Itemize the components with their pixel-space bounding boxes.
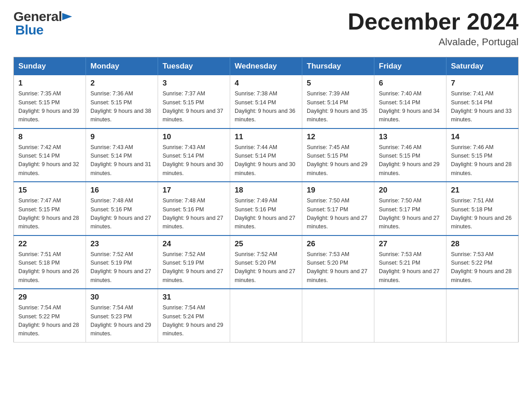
day-cell-5: 5Sunrise: 7:39 AMSunset: 5:14 PMDaylight… — [302, 75, 374, 128]
day-info: Sunrise: 7:46 AMSunset: 5:15 PMDaylight:… — [451, 143, 514, 178]
col-header-saturday: Saturday — [446, 57, 519, 76]
calendar-table: SundayMondayTuesdayWednesdayThursdayFrid… — [13, 57, 519, 342]
day-cell-20: 20Sunrise: 7:50 AMSunset: 5:17 PMDayligh… — [374, 182, 446, 235]
day-cell-10: 10Sunrise: 7:43 AMSunset: 5:14 PMDayligh… — [158, 128, 230, 182]
day-number: 5 — [307, 79, 369, 88]
empty-cell — [446, 289, 519, 342]
day-cell-31: 31Sunrise: 7:54 AMSunset: 5:24 PMDayligh… — [158, 289, 230, 342]
day-cell-29: 29Sunrise: 7:54 AMSunset: 5:22 PMDayligh… — [14, 289, 86, 342]
day-info: Sunrise: 7:54 AMSunset: 5:22 PMDaylight:… — [18, 304, 81, 338]
page-header: General Blue December 2024 Alvalade, Por… — [13, 9, 519, 48]
day-info: Sunrise: 7:35 AMSunset: 5:15 PMDaylight:… — [18, 90, 81, 124]
day-cell-28: 28Sunrise: 7:53 AMSunset: 5:22 PMDayligh… — [446, 235, 519, 289]
day-info: Sunrise: 7:54 AMSunset: 5:23 PMDaylight:… — [90, 304, 153, 338]
day-info: Sunrise: 7:53 AMSunset: 5:21 PMDaylight:… — [379, 250, 442, 285]
col-header-sunday: Sunday — [14, 57, 86, 76]
day-info: Sunrise: 7:37 AMSunset: 5:15 PMDaylight:… — [163, 90, 225, 124]
day-info: Sunrise: 7:53 AMSunset: 5:22 PMDaylight:… — [451, 250, 514, 285]
location-subtitle: Alvalade, Portugal — [348, 36, 519, 48]
empty-cell — [230, 289, 302, 342]
day-info: Sunrise: 7:36 AMSunset: 5:15 PMDaylight:… — [90, 90, 153, 124]
day-number: 1 — [18, 79, 81, 88]
empty-cell — [302, 289, 374, 342]
week-row-3: 15Sunrise: 7:47 AMSunset: 5:15 PMDayligh… — [14, 182, 519, 235]
day-info: Sunrise: 7:49 AMSunset: 5:16 PMDaylight:… — [235, 197, 297, 231]
day-info: Sunrise: 7:50 AMSunset: 5:17 PMDaylight:… — [379, 197, 442, 231]
day-info: Sunrise: 7:52 AMSunset: 5:19 PMDaylight:… — [163, 250, 225, 285]
empty-cell — [374, 289, 446, 342]
day-number: 25 — [235, 240, 297, 248]
day-info: Sunrise: 7:47 AMSunset: 5:15 PMDaylight:… — [18, 197, 81, 231]
day-info: Sunrise: 7:52 AMSunset: 5:20 PMDaylight:… — [235, 250, 297, 285]
week-row-2: 8Sunrise: 7:42 AMSunset: 5:14 PMDaylight… — [14, 128, 519, 182]
day-cell-9: 9Sunrise: 7:43 AMSunset: 5:14 PMDaylight… — [86, 128, 158, 182]
day-cell-6: 6Sunrise: 7:40 AMSunset: 5:14 PMDaylight… — [374, 75, 446, 128]
day-number: 16 — [90, 186, 153, 195]
day-number: 6 — [379, 79, 442, 88]
day-info: Sunrise: 7:54 AMSunset: 5:24 PMDaylight:… — [163, 304, 225, 338]
day-cell-18: 18Sunrise: 7:49 AMSunset: 5:16 PMDayligh… — [230, 182, 302, 235]
day-number: 18 — [235, 186, 297, 195]
week-row-5: 29Sunrise: 7:54 AMSunset: 5:22 PMDayligh… — [14, 289, 519, 342]
day-cell-3: 3Sunrise: 7:37 AMSunset: 5:15 PMDaylight… — [158, 75, 230, 128]
day-cell-30: 30Sunrise: 7:54 AMSunset: 5:23 PMDayligh… — [86, 289, 158, 342]
day-info: Sunrise: 7:50 AMSunset: 5:17 PMDaylight:… — [307, 197, 369, 231]
day-number: 4 — [235, 79, 297, 88]
svg-marker-0 — [62, 13, 72, 20]
day-number: 10 — [163, 133, 225, 141]
day-info: Sunrise: 7:48 AMSunset: 5:16 PMDaylight:… — [90, 197, 153, 231]
day-cell-26: 26Sunrise: 7:53 AMSunset: 5:20 PMDayligh… — [302, 235, 374, 289]
day-number: 19 — [307, 186, 369, 195]
col-header-tuesday: Tuesday — [158, 57, 230, 76]
day-number: 14 — [451, 133, 514, 141]
day-info: Sunrise: 7:43 AMSunset: 5:14 PMDaylight:… — [90, 143, 153, 178]
day-header-row: SundayMondayTuesdayWednesdayThursdayFrid… — [14, 57, 519, 76]
calendar-title-block: December 2024 Alvalade, Portugal — [348, 9, 519, 48]
day-cell-16: 16Sunrise: 7:48 AMSunset: 5:16 PMDayligh… — [86, 182, 158, 235]
month-title: December 2024 — [348, 9, 519, 34]
day-number: 12 — [307, 133, 369, 141]
day-cell-7: 7Sunrise: 7:41 AMSunset: 5:14 PMDaylight… — [446, 75, 519, 128]
day-number: 13 — [379, 133, 442, 141]
day-cell-11: 11Sunrise: 7:44 AMSunset: 5:14 PMDayligh… — [230, 128, 302, 182]
day-info: Sunrise: 7:40 AMSunset: 5:14 PMDaylight:… — [379, 90, 442, 124]
calendar-body: 1Sunrise: 7:35 AMSunset: 5:15 PMDaylight… — [14, 75, 519, 342]
day-number: 24 — [163, 240, 225, 248]
day-info: Sunrise: 7:46 AMSunset: 5:15 PMDaylight:… — [379, 143, 442, 178]
day-cell-13: 13Sunrise: 7:46 AMSunset: 5:15 PMDayligh… — [374, 128, 446, 182]
day-number: 17 — [163, 186, 225, 195]
day-cell-8: 8Sunrise: 7:42 AMSunset: 5:14 PMDaylight… — [14, 128, 86, 182]
logo-blue-text: Blue — [15, 22, 43, 37]
day-info: Sunrise: 7:38 AMSunset: 5:14 PMDaylight:… — [235, 90, 297, 124]
day-cell-21: 21Sunrise: 7:51 AMSunset: 5:18 PMDayligh… — [446, 182, 519, 235]
day-number: 7 — [451, 79, 514, 88]
day-number: 15 — [18, 186, 81, 195]
day-cell-14: 14Sunrise: 7:46 AMSunset: 5:15 PMDayligh… — [446, 128, 519, 182]
day-cell-2: 2Sunrise: 7:36 AMSunset: 5:15 PMDaylight… — [86, 75, 158, 128]
col-header-friday: Friday — [374, 57, 446, 76]
day-number: 26 — [307, 240, 369, 248]
day-cell-27: 27Sunrise: 7:53 AMSunset: 5:21 PMDayligh… — [374, 235, 446, 289]
day-number: 31 — [163, 293, 225, 302]
week-row-4: 22Sunrise: 7:51 AMSunset: 5:18 PMDayligh… — [14, 235, 519, 289]
day-info: Sunrise: 7:53 AMSunset: 5:20 PMDaylight:… — [307, 250, 369, 285]
col-header-thursday: Thursday — [302, 57, 374, 76]
col-header-wednesday: Wednesday — [230, 57, 302, 76]
day-cell-23: 23Sunrise: 7:52 AMSunset: 5:19 PMDayligh… — [86, 235, 158, 289]
day-info: Sunrise: 7:51 AMSunset: 5:18 PMDaylight:… — [18, 250, 81, 285]
day-number: 3 — [163, 79, 225, 88]
logo-triangle-icon — [62, 11, 72, 22]
day-info: Sunrise: 7:42 AMSunset: 5:14 PMDaylight:… — [18, 143, 81, 178]
day-cell-22: 22Sunrise: 7:51 AMSunset: 5:18 PMDayligh… — [14, 235, 86, 289]
day-cell-17: 17Sunrise: 7:48 AMSunset: 5:16 PMDayligh… — [158, 182, 230, 235]
day-info: Sunrise: 7:48 AMSunset: 5:16 PMDaylight:… — [163, 197, 225, 231]
week-row-1: 1Sunrise: 7:35 AMSunset: 5:15 PMDaylight… — [14, 75, 519, 128]
day-cell-15: 15Sunrise: 7:47 AMSunset: 5:15 PMDayligh… — [14, 182, 86, 235]
day-number: 20 — [379, 186, 442, 195]
day-number: 21 — [451, 186, 514, 195]
day-info: Sunrise: 7:52 AMSunset: 5:19 PMDaylight:… — [90, 250, 153, 285]
day-cell-4: 4Sunrise: 7:38 AMSunset: 5:14 PMDaylight… — [230, 75, 302, 128]
day-info: Sunrise: 7:41 AMSunset: 5:14 PMDaylight:… — [451, 90, 514, 124]
calendar-header: SundayMondayTuesdayWednesdayThursdayFrid… — [14, 57, 519, 76]
day-number: 29 — [18, 293, 81, 302]
